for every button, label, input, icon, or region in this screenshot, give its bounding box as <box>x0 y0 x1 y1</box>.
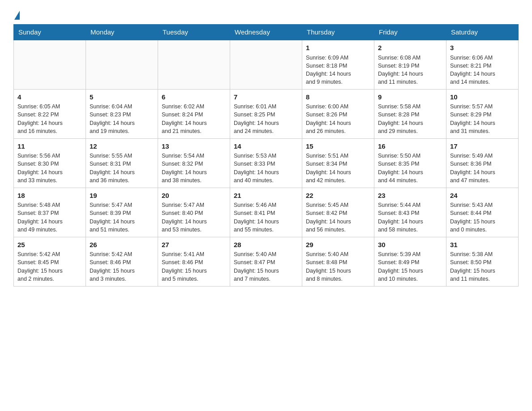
weekday-header-saturday: Saturday <box>446 25 519 40</box>
calendar-table: SundayMondayTuesdayWednesdayThursdayFrid… <box>13 24 519 287</box>
day-number: 13 <box>162 141 226 151</box>
calendar-cell: 17Sunrise: 5:49 AMSunset: 8:36 PMDayligh… <box>446 138 519 188</box>
sun-info: Sunrise: 5:38 AMSunset: 8:50 PMDaylight:… <box>450 250 515 283</box>
day-number: 29 <box>306 240 370 250</box>
sun-info: Sunrise: 5:43 AMSunset: 8:44 PMDaylight:… <box>450 201 515 234</box>
sun-info: Sunrise: 6:00 AMSunset: 8:26 PMDaylight:… <box>306 103 370 135</box>
day-number: 2 <box>378 43 442 53</box>
sun-info: Sunrise: 5:53 AMSunset: 8:33 PMDaylight:… <box>234 152 298 184</box>
day-number: 18 <box>17 191 82 201</box>
day-number: 26 <box>90 240 154 250</box>
weekday-header-tuesday: Tuesday <box>158 25 230 40</box>
calendar-cell: 3Sunrise: 6:06 AMSunset: 8:21 PMDaylight… <box>446 40 519 89</box>
sun-info: Sunrise: 6:08 AMSunset: 8:19 PMDaylight:… <box>378 54 442 86</box>
calendar-week-1: 1Sunrise: 6:09 AMSunset: 8:18 PMDaylight… <box>14 40 519 89</box>
day-number: 16 <box>378 141 442 151</box>
day-number: 9 <box>378 92 442 102</box>
calendar-body: 1Sunrise: 6:09 AMSunset: 8:18 PMDaylight… <box>14 40 519 286</box>
day-number: 19 <box>90 191 154 201</box>
calendar-cell <box>86 40 158 89</box>
sun-info: Sunrise: 5:47 AMSunset: 8:40 PMDaylight:… <box>162 201 226 234</box>
day-number: 12 <box>90 141 154 151</box>
day-number: 22 <box>306 191 370 201</box>
sun-info: Sunrise: 5:42 AMSunset: 8:45 PMDaylight:… <box>17 250 82 283</box>
calendar-cell: 16Sunrise: 5:50 AMSunset: 8:35 PMDayligh… <box>374 138 446 188</box>
logo-triangle-icon <box>14 11 20 20</box>
sun-info: Sunrise: 5:48 AMSunset: 8:37 PMDaylight:… <box>17 201 82 234</box>
sun-info: Sunrise: 5:56 AMSunset: 8:30 PMDaylight:… <box>17 152 82 184</box>
weekday-header-thursday: Thursday <box>302 25 374 40</box>
day-number: 23 <box>378 191 442 201</box>
day-number: 7 <box>234 92 298 102</box>
calendar-cell: 19Sunrise: 5:47 AMSunset: 8:39 PMDayligh… <box>86 188 158 237</box>
calendar-cell: 15Sunrise: 5:51 AMSunset: 8:34 PMDayligh… <box>302 138 374 188</box>
calendar-header: SundayMondayTuesdayWednesdayThursdayFrid… <box>14 25 519 40</box>
calendar-cell: 29Sunrise: 5:40 AMSunset: 8:48 PMDayligh… <box>302 237 374 286</box>
sun-info: Sunrise: 5:57 AMSunset: 8:29 PMDaylight:… <box>450 103 515 135</box>
calendar-cell: 23Sunrise: 5:44 AMSunset: 8:43 PMDayligh… <box>374 188 446 237</box>
sun-info: Sunrise: 6:01 AMSunset: 8:25 PMDaylight:… <box>234 103 298 135</box>
sun-info: Sunrise: 5:49 AMSunset: 8:36 PMDaylight:… <box>450 152 515 184</box>
sun-info: Sunrise: 6:05 AMSunset: 8:22 PMDaylight:… <box>17 103 82 135</box>
calendar-cell: 7Sunrise: 6:01 AMSunset: 8:25 PMDaylight… <box>230 89 302 138</box>
day-number: 8 <box>306 92 370 102</box>
calendar-cell: 22Sunrise: 5:45 AMSunset: 8:42 PMDayligh… <box>302 188 374 237</box>
calendar-cell: 13Sunrise: 5:54 AMSunset: 8:32 PMDayligh… <box>158 138 230 188</box>
sun-info: Sunrise: 5:47 AMSunset: 8:39 PMDaylight:… <box>90 201 154 234</box>
calendar-cell: 27Sunrise: 5:41 AMSunset: 8:46 PMDayligh… <box>158 237 230 286</box>
sun-info: Sunrise: 5:58 AMSunset: 8:28 PMDaylight:… <box>378 103 442 135</box>
calendar-week-2: 4Sunrise: 6:05 AMSunset: 8:22 PMDaylight… <box>14 89 519 138</box>
calendar-cell: 2Sunrise: 6:08 AMSunset: 8:19 PMDaylight… <box>374 40 446 89</box>
sun-info: Sunrise: 5:45 AMSunset: 8:42 PMDaylight:… <box>306 201 370 234</box>
calendar-cell: 4Sunrise: 6:05 AMSunset: 8:22 PMDaylight… <box>14 89 86 138</box>
sun-info: Sunrise: 5:40 AMSunset: 8:47 PMDaylight:… <box>234 250 298 283</box>
day-number: 21 <box>234 191 298 201</box>
sun-info: Sunrise: 5:54 AMSunset: 8:32 PMDaylight:… <box>162 152 226 184</box>
day-number: 31 <box>450 240 515 250</box>
weekday-header-friday: Friday <box>374 25 446 40</box>
weekday-header-monday: Monday <box>86 25 158 40</box>
day-number: 15 <box>306 141 370 151</box>
sun-info: Sunrise: 5:46 AMSunset: 8:41 PMDaylight:… <box>234 201 298 234</box>
sun-info: Sunrise: 5:44 AMSunset: 8:43 PMDaylight:… <box>378 201 442 234</box>
calendar-cell: 18Sunrise: 5:48 AMSunset: 8:37 PMDayligh… <box>14 188 86 237</box>
sun-info: Sunrise: 5:42 AMSunset: 8:46 PMDaylight:… <box>90 250 154 283</box>
day-number: 10 <box>450 92 515 102</box>
calendar-week-5: 25Sunrise: 5:42 AMSunset: 8:45 PMDayligh… <box>14 237 519 286</box>
calendar-cell: 25Sunrise: 5:42 AMSunset: 8:45 PMDayligh… <box>14 237 86 286</box>
calendar-cell <box>230 40 302 89</box>
day-number: 6 <box>162 92 226 102</box>
calendar-cell: 9Sunrise: 5:58 AMSunset: 8:28 PMDaylight… <box>374 89 446 138</box>
weekday-header-wednesday: Wednesday <box>230 25 302 40</box>
calendar-cell: 5Sunrise: 6:04 AMSunset: 8:23 PMDaylight… <box>86 89 158 138</box>
day-number: 11 <box>17 141 82 151</box>
sun-info: Sunrise: 5:51 AMSunset: 8:34 PMDaylight:… <box>306 152 370 184</box>
day-number: 14 <box>234 141 298 151</box>
sun-info: Sunrise: 6:04 AMSunset: 8:23 PMDaylight:… <box>90 103 154 135</box>
logo <box>13 9 20 20</box>
day-number: 17 <box>450 141 515 151</box>
day-number: 5 <box>90 92 154 102</box>
sun-info: Sunrise: 6:09 AMSunset: 8:18 PMDaylight:… <box>306 54 370 86</box>
weekday-header-row: SundayMondayTuesdayWednesdayThursdayFrid… <box>14 25 519 40</box>
calendar-cell <box>14 40 86 89</box>
day-number: 24 <box>450 191 515 201</box>
sun-info: Sunrise: 5:55 AMSunset: 8:31 PMDaylight:… <box>90 152 154 184</box>
day-number: 28 <box>234 240 298 250</box>
calendar-cell: 10Sunrise: 5:57 AMSunset: 8:29 PMDayligh… <box>446 89 519 138</box>
sun-info: Sunrise: 5:39 AMSunset: 8:49 PMDaylight:… <box>378 250 442 283</box>
calendar-cell: 26Sunrise: 5:42 AMSunset: 8:46 PMDayligh… <box>86 237 158 286</box>
day-number: 30 <box>378 240 442 250</box>
calendar-cell: 12Sunrise: 5:55 AMSunset: 8:31 PMDayligh… <box>86 138 158 188</box>
calendar-cell: 1Sunrise: 6:09 AMSunset: 8:18 PMDaylight… <box>302 40 374 89</box>
day-number: 1 <box>306 43 370 53</box>
calendar-cell <box>158 40 230 89</box>
sun-info: Sunrise: 6:02 AMSunset: 8:24 PMDaylight:… <box>162 103 226 135</box>
calendar-cell: 11Sunrise: 5:56 AMSunset: 8:30 PMDayligh… <box>14 138 86 188</box>
sun-info: Sunrise: 6:06 AMSunset: 8:21 PMDaylight:… <box>450 54 515 86</box>
calendar-cell: 31Sunrise: 5:38 AMSunset: 8:50 PMDayligh… <box>446 237 519 286</box>
calendar-cell: 30Sunrise: 5:39 AMSunset: 8:49 PMDayligh… <box>374 237 446 286</box>
sun-info: Sunrise: 5:40 AMSunset: 8:48 PMDaylight:… <box>306 250 370 283</box>
calendar-week-3: 11Sunrise: 5:56 AMSunset: 8:30 PMDayligh… <box>14 138 519 188</box>
calendar-cell: 20Sunrise: 5:47 AMSunset: 8:40 PMDayligh… <box>158 188 230 237</box>
